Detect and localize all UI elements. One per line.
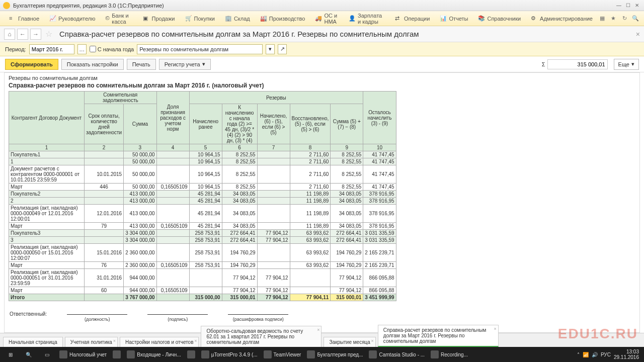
table-row[interactable]: Март762 360 000,000,16505109258 753,9119… xyxy=(9,262,396,269)
show-settings-button[interactable]: Показать настройки xyxy=(61,59,124,70)
taskbar-item[interactable]: TeamViewer xyxy=(261,348,304,361)
col-nach-ranee: Начислено ранее xyxy=(189,104,222,144)
taskbar-item[interactable]: Camtasia Studio - ... xyxy=(366,348,428,361)
history-icon[interactable]: ↻ xyxy=(620,14,629,23)
col-srok: Срок оплаты, количество дней задолженнос… xyxy=(85,104,124,144)
table-row[interactable]: 150 000,0010 964,158 252,552 711,608 252… xyxy=(9,158,396,165)
period-picker-button[interactable]: … xyxy=(77,44,87,54)
minimize-icon[interactable]: — xyxy=(615,2,623,9)
menu-otch[interactable]: 📊Отчеты xyxy=(435,11,473,26)
taskbar-item[interactable] xyxy=(184,348,198,361)
system-tray[interactable]: ˄ 📶 🔊 РУС 13:03 29.11.2016 xyxy=(577,349,642,360)
search-taskbar-icon[interactable]: 🔍 xyxy=(20,348,37,361)
gear-icon: ⚙ xyxy=(531,15,538,22)
menu-os[interactable]: 🚚ОС и НМА xyxy=(310,11,344,26)
taskview-icon[interactable]: ▭ xyxy=(38,348,55,361)
menu-ruk[interactable]: 📈Руководителю xyxy=(44,11,100,26)
app-icon xyxy=(264,350,272,358)
app-icon xyxy=(113,350,121,358)
sigma-icon: Σ xyxy=(542,61,545,67)
register-button[interactable]: Регистр учета▾ xyxy=(159,59,211,70)
menu-oper[interactable]: ⇄Операции xyxy=(390,11,435,26)
home-button[interactable]: ⌂ xyxy=(4,29,15,40)
tab[interactable]: Начальная страница xyxy=(3,337,63,347)
table-row[interactable]: Документ расчетов с контрагентом 0000-00… xyxy=(9,165,396,184)
menu-prod[interactable]: ▣Продажи xyxy=(138,11,180,26)
person-icon: 👤 xyxy=(349,15,356,22)
period-input[interactable] xyxy=(29,44,74,54)
close-page-icon[interactable]: × xyxy=(636,30,640,38)
menu-proizv[interactable]: 🏭Производство xyxy=(255,11,310,26)
menu-bank[interactable]: ©Банк и касса xyxy=(100,11,137,26)
table-row[interactable]: Реализация (акт, накладная) 0000-000051 … xyxy=(9,269,396,287)
menu-main[interactable]: ≡Главное xyxy=(4,11,44,26)
col-knach: К начислению с начала года (2) >= 45 дн,… xyxy=(222,104,257,144)
table-row[interactable]: Покупатель2413 000,0045 281,9434 083,051… xyxy=(9,191,396,198)
colgroup-debt: Сомнительная задолженность xyxy=(85,92,157,104)
menu-sklad[interactable]: 🏢Склад xyxy=(220,11,255,26)
tab-close-icon[interactable]: × xyxy=(371,338,374,343)
report-area[interactable]: Резервы по сомнительным долгам Справка-р… xyxy=(4,72,640,333)
table-row[interactable]: 2413 000,0045 281,9434 083,0511 198,8934… xyxy=(9,198,396,205)
taskbar-item[interactable]: Recording... xyxy=(428,348,471,361)
search-icon[interactable]: 🔍 xyxy=(631,14,640,23)
favorite-icon[interactable]: ☆ xyxy=(45,29,52,39)
type-open-button[interactable]: ↗ xyxy=(278,44,287,54)
back-button[interactable]: ← xyxy=(17,29,28,40)
taskbar-item[interactable] xyxy=(110,348,124,361)
table-row[interactable]: Итого3 767 000,00315 000,00315 000,0177 … xyxy=(9,294,396,301)
menu-admin[interactable]: ⚙Администрирование xyxy=(526,11,598,26)
table-row[interactable]: Март60944 000,000,1650510977 904,1277 90… xyxy=(9,287,396,294)
tab[interactable]: Закрытие месяца× xyxy=(324,337,375,347)
main-menu: ≡Главное 📈Руководителю ©Банк и касса ▣Пр… xyxy=(0,11,644,26)
tab[interactable]: Учетная политика× xyxy=(65,337,118,347)
burger-icon: ≡ xyxy=(9,15,16,22)
table-row[interactable]: Покупатель150 000,0010 964,158 252,552 7… xyxy=(9,151,396,158)
type-select[interactable]: Резервы по сомнительным долгам xyxy=(137,44,263,54)
tab-close-icon[interactable]: × xyxy=(317,327,319,332)
menu-zp[interactable]: 👤Зарплата и кадры xyxy=(344,11,390,26)
page-title: Справка-расчет резервов по сомнительным … xyxy=(59,30,419,38)
truck-icon: 🚚 xyxy=(315,15,322,22)
tab-close-icon[interactable]: × xyxy=(494,326,497,331)
signature-block: Ответственный: (должность) (подпись) (ра… xyxy=(9,311,619,322)
tray-up-icon[interactable]: ˄ xyxy=(577,352,580,357)
table-row[interactable]: 33 304 000,00258 753,91272 664,4177 904,… xyxy=(9,237,396,244)
table-row[interactable]: Реализация (акт, накладная) 0000-000049 … xyxy=(9,205,396,223)
app-icon xyxy=(59,350,67,358)
menu-sprav[interactable]: 📚Справочники xyxy=(473,11,526,26)
sum-field[interactable] xyxy=(547,59,608,69)
table-row[interactable]: Реализация (акт, накладная) 0000-000050 … xyxy=(9,244,396,262)
lang-indicator[interactable]: РУС xyxy=(601,352,611,357)
tab[interactable]: Оборотно-сальдовая ведомость по счету 62… xyxy=(201,326,321,347)
table-row[interactable]: Март79413 000,000,1650510945 281,9434 08… xyxy=(9,223,396,230)
taskbar-item[interactable]: Входящие - Личн... xyxy=(124,348,184,361)
app-icon xyxy=(201,350,209,358)
maximize-icon[interactable]: ☐ xyxy=(624,2,632,9)
taskbar-item[interactable]: Бухгалтерия пред... xyxy=(304,348,366,361)
tab-close-icon[interactable]: × xyxy=(194,338,197,343)
taskbar-item[interactable]: Налоговый учет xyxy=(56,348,110,361)
since-start-checkbox[interactable]: С начала года xyxy=(90,46,134,52)
more-button[interactable]: Еще▾ xyxy=(614,59,639,70)
menu-pok[interactable]: 🛒Покупки xyxy=(180,11,220,26)
network-icon[interactable]: 📶 xyxy=(583,352,589,357)
type-dropdown-button[interactable]: ▾ xyxy=(266,44,275,54)
app-icon xyxy=(307,350,315,358)
taskbar-item[interactable]: µTorrentPro 3.4.9 (... xyxy=(198,348,261,361)
star-icon[interactable]: ★ xyxy=(609,14,618,23)
forward-button[interactable]: → xyxy=(30,29,41,40)
close-icon[interactable]: ✕ xyxy=(633,2,641,9)
sound-icon[interactable]: 🔊 xyxy=(592,352,598,357)
report-subtitle: Резервы по сомнительным долгам xyxy=(9,75,619,81)
table-row[interactable]: Покупатель33 304 000,00258 753,91272 664… xyxy=(9,230,396,237)
table-row[interactable]: Март44650 000,000,1650510910 964,158 252… xyxy=(9,184,396,191)
tab[interactable]: Справка-расчет резервов по сомнительным … xyxy=(378,325,499,347)
start-button[interactable]: ⊞ xyxy=(2,348,19,361)
form-button[interactable]: Сформировать xyxy=(5,59,58,70)
print-button[interactable]: Печать xyxy=(127,59,156,70)
grid-icon[interactable]: ▦ xyxy=(598,14,607,23)
window-title: Бухгалтерия предприятия, редакция 3.0 (1… xyxy=(13,3,164,9)
tab[interactable]: Настройки налогов и отчетов× xyxy=(120,337,199,347)
tab-close-icon[interactable]: × xyxy=(113,338,116,343)
